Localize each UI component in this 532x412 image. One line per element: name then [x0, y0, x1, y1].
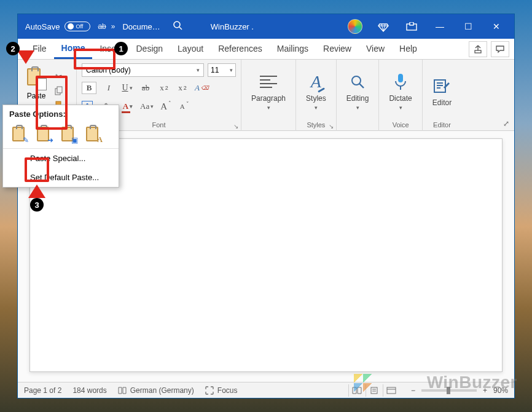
group-paragraph: Paragraph ▾	[241, 60, 296, 131]
dictate-label: Dictate	[389, 94, 412, 103]
strikethrough-button[interactable]: ab	[139, 82, 152, 94]
copy-button[interactable]	[53, 85, 65, 97]
annotation-arrow-3	[28, 184, 45, 198]
paste-picture[interactable]: ▣	[58, 125, 77, 143]
status-wordcount[interactable]: 184 words	[72, 386, 106, 395]
tab-references[interactable]: References	[211, 40, 270, 58]
status-language[interactable]: German (Germany)	[118, 386, 194, 395]
annotation-badge-2: 2	[6, 42, 20, 55]
paste-keep-source-formatting[interactable]: ✎	[9, 125, 28, 143]
svg-rect-10	[57, 87, 62, 93]
italic-button[interactable]: I	[103, 82, 115, 94]
document-title[interactable]: Docume…	[119, 22, 163, 31]
chevron-down-icon: ▾	[267, 105, 270, 111]
paste-text-only[interactable]: A	[83, 125, 101, 143]
tab-layout[interactable]: Layout	[170, 40, 211, 58]
paste-options-header: Paste Options:	[3, 105, 119, 122]
editor-button[interactable]: Editor	[423, 60, 461, 119]
watermark-text: WinBuzzer	[427, 373, 517, 392]
app-mode-icon[interactable]	[397, 14, 426, 39]
chevron-down-icon: ▾	[197, 67, 200, 73]
site-label: WinBuzzer .	[207, 22, 257, 31]
paste-merge-formatting[interactable]: ➜	[34, 125, 52, 143]
paste-icon	[27, 68, 45, 89]
font-color-button[interactable]: A▾	[122, 100, 134, 113]
autosave-state: Off	[76, 23, 83, 30]
autosave-switch-dot	[68, 23, 74, 30]
chevron-down-icon: ▾	[356, 105, 359, 111]
status-page[interactable]: Page 1 of 2	[24, 386, 61, 395]
spellcheck-qat-icon[interactable]: ab	[98, 22, 106, 31]
chevron-down-icon: ▾	[399, 105, 402, 111]
tab-review[interactable]: Review	[316, 40, 359, 58]
grow-font-button[interactable]: A˄	[160, 100, 172, 113]
premium-icon[interactable]	[369, 14, 397, 39]
group-editor: Editor Editor	[423, 60, 461, 131]
autosave-toggle[interactable]: AutoSave Off	[22, 22, 94, 31]
autosave-label: AutoSave	[25, 22, 60, 31]
font-dialog-launcher[interactable]: ↘	[233, 123, 238, 130]
tab-mailings[interactable]: Mailings	[270, 40, 316, 58]
group-styles-label: Styles	[307, 121, 325, 129]
paragraph-button[interactable]: Paragraph ▾	[241, 60, 295, 119]
bold-button[interactable]: B	[82, 82, 96, 94]
svg-rect-7	[410, 22, 413, 25]
subscript-button[interactable]: x2	[158, 82, 170, 94]
annotation-badge-3: 3	[30, 198, 44, 212]
dictate-button[interactable]: Dictate ▾	[379, 60, 421, 119]
shrink-font-button[interactable]: A˅	[178, 100, 190, 113]
qat-overflow-icon[interactable]: »	[111, 22, 115, 31]
search-icon[interactable]	[173, 20, 182, 33]
underline-button[interactable]: U▾	[121, 82, 133, 94]
styles-icon: A	[311, 71, 321, 92]
tab-view[interactable]: View	[359, 40, 392, 58]
collapse-ribbon-button[interactable]: ⤢	[502, 118, 510, 129]
clear-formatting-button[interactable]: A⌫	[195, 82, 209, 94]
paragraph-icon	[260, 71, 277, 92]
chevron-down-icon: ▾	[315, 105, 318, 111]
group-editor-label: Editor	[433, 121, 451, 129]
svg-point-13	[352, 76, 361, 85]
titlebar-right: — ☐ ✕	[341, 14, 510, 39]
font-name-select[interactable]: Calibri (Body)▾	[82, 63, 204, 77]
ribbon-tabs: File Home Insert Design Layout Reference…	[18, 39, 514, 60]
account-avatar[interactable]	[341, 14, 369, 39]
styles-label: Styles	[306, 94, 326, 103]
view-web-button[interactable]	[383, 384, 400, 397]
group-styles: A Styles ▾ Styles↘	[296, 60, 337, 131]
editor-icon	[432, 76, 451, 97]
minimize-button[interactable]: —	[426, 14, 454, 39]
find-icon	[350, 71, 366, 92]
comments-button[interactable]	[491, 41, 509, 57]
group-editing: Editing ▾	[337, 60, 380, 131]
annotation-arrow-2	[17, 50, 34, 64]
superscript-button[interactable]: x2	[176, 82, 189, 94]
titlebar: AutoSave Off ab » Docume… WinBuzzer . — …	[18, 14, 514, 39]
svg-line-14	[359, 84, 364, 88]
avatar-icon	[348, 19, 362, 34]
styles-dialog-launcher[interactable]: ↘	[329, 123, 334, 130]
close-button[interactable]: ✕	[482, 14, 510, 39]
editing-button[interactable]: Editing ▾	[337, 60, 379, 119]
maximize-button[interactable]: ☐	[454, 14, 482, 39]
share-button[interactable]	[469, 41, 487, 57]
book-icon	[118, 386, 127, 395]
autosave-switch[interactable]: Off	[65, 22, 90, 31]
svg-rect-15	[398, 74, 403, 82]
styles-button[interactable]: A Styles ▾	[296, 60, 336, 119]
change-case-button[interactable]: Aa▾	[140, 100, 154, 113]
tab-home[interactable]: Home	[54, 39, 93, 59]
paste-special-item[interactable]: Paste Special...	[3, 149, 119, 168]
tab-help[interactable]: Help	[392, 40, 424, 58]
cut-button[interactable]: ✂	[53, 71, 65, 82]
font-size-select[interactable]: 11▾	[208, 63, 236, 77]
zoom-out-button[interactable]: −	[411, 386, 415, 395]
tab-design[interactable]: Design	[128, 40, 170, 58]
qat: ab »	[94, 22, 119, 31]
group-voice: Dictate ▾ Voice	[379, 60, 422, 131]
status-focus[interactable]: Focus	[205, 386, 238, 395]
set-default-paste-item[interactable]: Set Default Paste...	[3, 168, 119, 187]
editor-label: Editor	[432, 98, 452, 107]
status-language-text: German (Germany)	[130, 386, 194, 395]
svg-line-1	[179, 27, 182, 30]
